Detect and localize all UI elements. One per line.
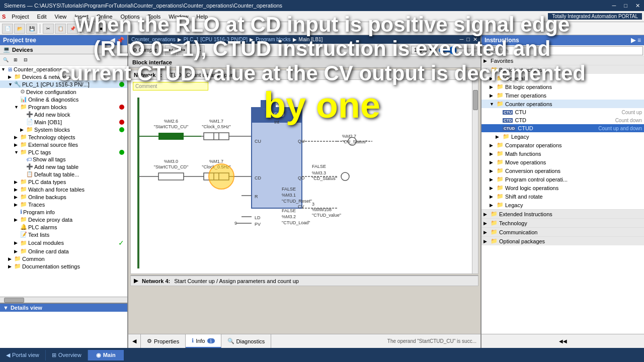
win-maximize-btn[interactable]: □: [466, 36, 470, 43]
toolbar-save[interactable]: 💾: [26, 24, 37, 34]
instr-collapse-btn[interactable]: ▶: [631, 37, 635, 44]
main-tab-btn[interactable]: ◉ Main: [88, 350, 124, 360]
window-buttons[interactable]: ─ □ ✕: [460, 36, 477, 43]
nav-back-btn[interactable]: ◀: [128, 334, 141, 348]
instr-item-technology[interactable]: ▶ 📁 Technology: [481, 218, 644, 227]
menu-tools[interactable]: Tools: [147, 14, 160, 20]
info-tab[interactable]: ℹ Info 1: [186, 334, 221, 348]
win-close-btn[interactable]: ✕: [473, 36, 477, 43]
instr-item-comparator[interactable]: ▶ 📁 Comparator operations: [481, 141, 644, 149]
tree-item-devices[interactable]: ▶ 📁 Devices & networks: [0, 73, 127, 80]
toolbar-go-online[interactable]: ▶: [84, 24, 95, 34]
btn-compile[interactable]: ⚙ Compile: [130, 45, 159, 55]
toolbar-copy[interactable]: 📋: [55, 24, 66, 34]
instr-item-ctu[interactable]: CTU CTU Count up: [481, 108, 644, 116]
tree-item-main-ob1[interactable]: 📄 Main [OB1]: [0, 118, 127, 126]
instr-item-legacy-counter[interactable]: ▶ 📁 Legacy: [481, 132, 644, 141]
tree-item-ext-sources[interactable]: ▶ 📁 External source files: [0, 141, 127, 148]
tree-item-traces[interactable]: ▶ 📁 Traces: [0, 201, 127, 208]
instr-item-counter-ops[interactable]: ▼ 📁 Counter operations: [481, 100, 644, 108]
properties-tab[interactable]: ⚙ Properties: [141, 334, 186, 348]
instr-item-bit-logic[interactable]: ▶ 📁 Bit logic operations: [481, 82, 644, 91]
menu-project[interactable]: Project: [12, 14, 29, 20]
tree-collapse-btn[interactable]: ◀: [110, 37, 115, 44]
menu-help[interactable]: Help: [196, 14, 208, 20]
diagram-vscroll-thumb[interactable]: [473, 90, 478, 110]
instr-item-shift[interactable]: ▶ 📁 Shift and rotate: [481, 192, 644, 201]
right-panel-expand-btn[interactable]: ◀◀: [481, 334, 644, 348]
instr-header-controls[interactable]: ▶ ≡: [631, 37, 641, 44]
tree-item-add-new-block[interactable]: ➕ Add new block: [0, 111, 127, 118]
tree-hscroll-thumb[interactable]: [4, 298, 24, 303]
network-3-header[interactable]: Network 3: CTUD / Count up and down: [130, 70, 478, 80]
instr-search-input[interactable]: [482, 46, 643, 55]
diagram-area[interactable]: Network 3: CTUD / Count up and down Comm…: [128, 68, 480, 334]
menu-window[interactable]: Window: [169, 14, 188, 20]
tree-item-tech-objects[interactable]: ▶ 📁 Technology objects: [0, 133, 127, 141]
breadcrumb-item-3[interactable]: Program blocks: [256, 37, 290, 42]
breadcrumb-item-1[interactable]: Counter_operations: [131, 37, 176, 42]
zoom-slider[interactable]: [438, 46, 478, 54]
btn-redo[interactable]: ↪: [177, 45, 188, 55]
tree-item-default-tag[interactable]: 📋 Default tag table...: [0, 170, 127, 178]
toolbar-go-offline[interactable]: ■: [96, 24, 107, 34]
breadcrumb-item-2[interactable]: PLC_1 [CPU 1516-3 PN/DP]: [184, 37, 248, 42]
tree-item-text-lists[interactable]: 📝 Text lists: [0, 231, 127, 238]
tree-item-plc-data-types[interactable]: ▶ 📁 PLC data types: [0, 178, 127, 186]
btn-undo[interactable]: ↩: [165, 45, 176, 55]
instr-item-move[interactable]: ▶ 📁 Move operations: [481, 158, 644, 166]
tree-item-doc-settings[interactable]: ▶ 📁 Documentation settings: [0, 262, 127, 270]
tree-item-program-info[interactable]: ℹ Program info: [0, 208, 127, 216]
win-minimize-btn[interactable]: ─: [460, 36, 464, 43]
menu-insert[interactable]: Insert: [74, 14, 89, 20]
menu-options[interactable]: Options: [121, 14, 140, 20]
tree-item-root[interactable]: ▼ 🖥 Counter_operations: [0, 66, 127, 73]
instr-item-math[interactable]: ▶ 📁 Math functions: [481, 149, 644, 158]
toolbar-cut[interactable]: ✂: [43, 24, 54, 34]
tree-expand-all[interactable]: ⊞: [11, 55, 20, 64]
menu-online[interactable]: Online: [97, 14, 113, 20]
diagnostics-tab[interactable]: 🔍 Diagnostics: [221, 334, 272, 348]
tree-item-online-diag[interactable]: 📊 Online & diagnostics: [0, 96, 127, 103]
instr-item-prog-ctrl[interactable]: ▶ 📁 Program control operati...: [481, 175, 644, 184]
tree-item-program-blocks[interactable]: ▼ 📁 Program blocks: [0, 103, 127, 111]
devices-tab[interactable]: 💻 Devices: [0, 45, 127, 54]
btn-add-network[interactable]: +: [194, 45, 205, 55]
menu-edit[interactable]: Edit: [37, 14, 47, 20]
network-4-header[interactable]: ▶ Network 4: Start Counter up / Assign p…: [130, 275, 478, 286]
details-header[interactable]: ▼ Details view: [0, 304, 127, 312]
tree-hscroll[interactable]: [0, 297, 127, 303]
instr-item-favorites[interactable]: ▶ Favorites: [481, 57, 644, 65]
tree-search-btn[interactable]: 🔍: [1, 55, 10, 64]
tree-item-local-modules[interactable]: ▶ 📁 Local modules ✓: [0, 238, 127, 247]
menu-view[interactable]: View: [55, 14, 67, 20]
title-bar-controls[interactable]: ─ □ ✕: [612, 3, 640, 9]
instr-item-basic[interactable]: ▼ 📁 Basic instructions: [481, 65, 644, 74]
instr-item-ctud[interactable]: CTUD CTUD Count up and down: [481, 124, 644, 132]
toolbar-paste[interactable]: 📌: [67, 24, 78, 34]
tree-pin-btn[interactable]: 📌: [117, 37, 124, 44]
instr-item-timer[interactable]: ▶ 📁 Timer operations: [481, 91, 644, 100]
toolbar-new[interactable]: 📄: [2, 24, 13, 34]
tree-item-add-tag-table[interactable]: ➕ Add new tag table: [0, 163, 127, 170]
tree-item-plc-tags[interactable]: ▼ 📁 PLC tags: [0, 148, 127, 156]
tree-item-online-backups[interactable]: ▶ 📁 Online backups: [0, 193, 127, 201]
instr-item-general[interactable]: ▶ 📁 General: [481, 74, 644, 82]
instr-item-ctd[interactable]: CTD CTD Count down: [481, 116, 644, 124]
diagram-vscroll[interactable]: [472, 80, 478, 274]
tree-item-show-all-tags[interactable]: 🏷 Show all tags: [0, 156, 127, 163]
minimize-btn[interactable]: ─: [612, 3, 616, 9]
tree-item-watch-force[interactable]: ▶ 📁 Watch and force tables: [0, 186, 127, 193]
instr-item-extended[interactable]: ▶ 📁 Extended Instructions: [481, 209, 644, 218]
instr-item-optional[interactable]: ▶ 📁 Optional packages: [481, 236, 644, 245]
instr-item-legacy-basic[interactable]: ▶ 📁 Legacy: [481, 201, 644, 209]
tree-item-plc-alarms[interactable]: 🔔 PLC alarms: [0, 223, 127, 231]
tree-item-plc[interactable]: ▼ 🔧 PLC_1 [CPU 1516-3 PN/...]: [0, 80, 127, 88]
instr-item-conversion[interactable]: ▶ 📁 Conversion operations: [481, 166, 644, 175]
overview-btn[interactable]: ⊞ Overview: [46, 350, 88, 360]
tree-item-common[interactable]: ▶ 📁 Common: [0, 255, 127, 262]
instr-options-btn[interactable]: ≡: [637, 37, 641, 44]
tree-item-device-config[interactable]: ⚙ Device configuration: [0, 88, 127, 96]
project-tree-controls[interactable]: ◀ 📌: [110, 37, 124, 44]
toolbar-open[interactable]: 📂: [14, 24, 25, 34]
